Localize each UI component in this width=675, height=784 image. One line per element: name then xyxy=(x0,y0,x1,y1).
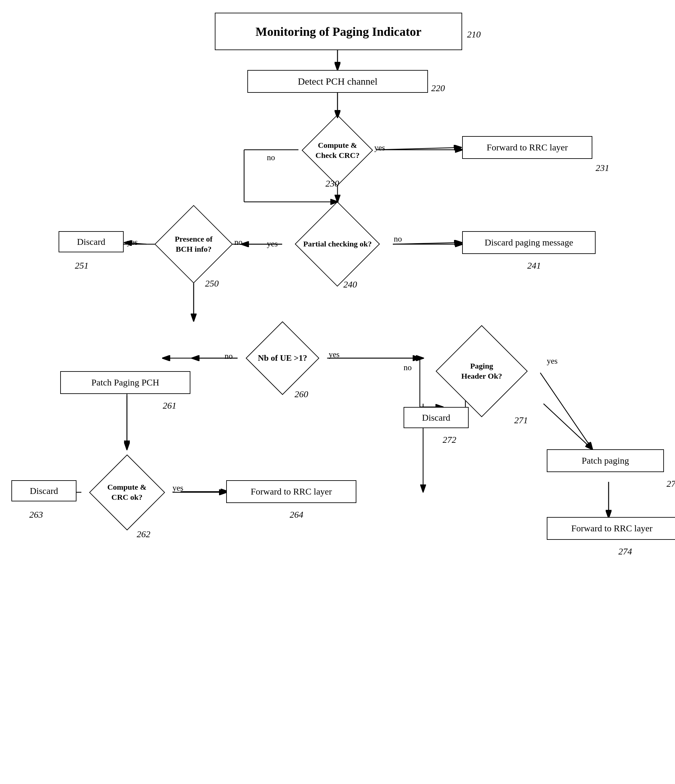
header-yes-label: yes xyxy=(547,356,557,366)
forward-rrc-274-label: Forward to RRC layer xyxy=(571,523,653,534)
detect-pch-box: Detect PCH channel xyxy=(247,70,428,93)
forward-rrc-231-box: Forward to RRC layer xyxy=(462,136,592,159)
ref-241: 241 xyxy=(527,260,541,271)
forward-rrc-231-label: Forward to RRC layer xyxy=(487,142,568,153)
ref-263: 263 xyxy=(29,510,43,520)
crc2-diamond: Compute &CRC ok? xyxy=(81,448,172,537)
partial-check-diamond: Partial checking ok? xyxy=(282,202,393,286)
ref-272: 272 xyxy=(442,435,456,445)
ref-274: 274 xyxy=(618,546,632,557)
crc-no-label: no xyxy=(267,153,275,162)
discard-263-box: Discard xyxy=(11,480,76,501)
header-no-label: no xyxy=(403,363,412,372)
ref-261: 261 xyxy=(163,400,176,411)
patch-paging-261-box: Patch Paging PCH xyxy=(60,371,190,394)
ref-264: 264 xyxy=(290,510,303,520)
discard-272-label: Discard xyxy=(422,412,450,423)
patch-paging-273-label: Patch paging xyxy=(582,456,629,466)
ref-260: 260 xyxy=(295,389,308,400)
title-box: Monitoring of Paging Indicator xyxy=(215,13,462,50)
forward-rrc-274-box: Forward to RRC layer xyxy=(547,517,675,540)
paging-header-diamond: PagingHeader Ok? xyxy=(420,321,543,422)
bch-yes-label: yes xyxy=(127,238,138,247)
ref-231: 231 xyxy=(596,163,609,173)
ref-273: 273 xyxy=(667,479,675,489)
ref-262: 262 xyxy=(137,529,151,540)
discard-251-box: Discard xyxy=(59,231,124,252)
ref-220: 220 xyxy=(431,83,445,93)
title-label: Monitoring of Paging Indicator xyxy=(256,25,422,39)
svg-line-15 xyxy=(543,404,592,449)
partial-yes-label: yes xyxy=(267,239,278,249)
discard-272-box: Discard xyxy=(403,407,469,428)
forward-rrc-264-box: Forward to RRC layer xyxy=(226,480,356,503)
svg-line-24 xyxy=(393,243,461,244)
ref-210: 210 xyxy=(467,29,481,40)
discard-263-label: Discard xyxy=(29,486,58,496)
bch-no-label: no xyxy=(234,238,242,247)
ref-251: 251 xyxy=(75,260,88,271)
ref-250: 250 xyxy=(205,278,219,289)
forward-rrc-264-label: Forward to RRC layer xyxy=(251,487,332,497)
patch-paging-261-label: Patch Paging PCH xyxy=(92,377,159,388)
discard-paging-box: Discard paging message xyxy=(462,231,596,254)
crc-diamond: Compute &Check CRC? xyxy=(292,118,383,183)
partial-no-label: no xyxy=(394,235,402,244)
patch-paging-273-box: Patch paging xyxy=(547,449,664,472)
discard-251-label: Discard xyxy=(77,237,105,247)
bch-diamond: Presence ofBCH info? xyxy=(146,205,241,283)
ref-240: 240 xyxy=(343,279,357,290)
ref-230: 230 xyxy=(326,179,339,189)
nb-no-label: no xyxy=(225,352,233,361)
nb-ue-diamond: Nb of UE >1? xyxy=(237,321,328,395)
detect-pch-label: Detect PCH channel xyxy=(298,76,377,87)
discard-paging-label: Discard paging message xyxy=(485,237,573,248)
ref-271: 271 xyxy=(514,415,528,426)
svg-line-19 xyxy=(377,148,461,150)
nb-yes-label: yes xyxy=(329,350,340,359)
svg-line-35 xyxy=(540,373,592,449)
crc-yes-label: yes xyxy=(374,143,385,152)
crc2-yes-label: yes xyxy=(172,484,183,493)
